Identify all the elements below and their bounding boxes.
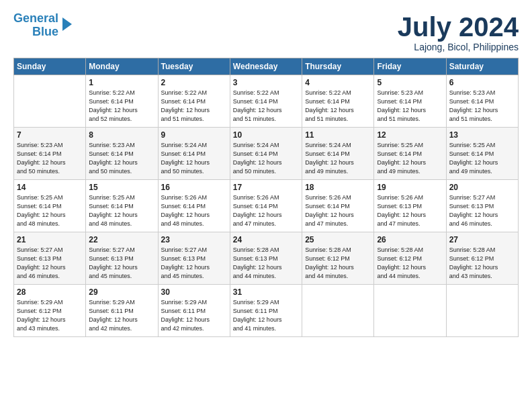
day-info: Sunrise: 5:25 AM Sunset: 6:14 PM Dayligh…: [89, 193, 154, 228]
table-row: 31Sunrise: 5:29 AM Sunset: 6:11 PM Dayli…: [230, 285, 302, 337]
table-row: 8Sunrise: 5:23 AM Sunset: 6:14 PM Daylig…: [86, 128, 158, 180]
day-info: Sunrise: 5:29 AM Sunset: 6:11 PM Dayligh…: [89, 298, 154, 333]
page: General Blue July 2024 Lajong, Bicol, Ph…: [0, 0, 532, 344]
day-number: 12: [377, 130, 443, 140]
table-row: 17Sunrise: 5:26 AM Sunset: 6:14 PM Dayli…: [230, 180, 302, 232]
table-row: 1Sunrise: 5:22 AM Sunset: 6:14 PM Daylig…: [86, 75, 158, 128]
calendar-header-row: Sunday Monday Tuesday Wednesday Thursday…: [14, 58, 519, 75]
day-number: 2: [161, 78, 227, 87]
table-row: 5Sunrise: 5:23 AM Sunset: 6:14 PM Daylig…: [374, 75, 446, 128]
table-row: 16Sunrise: 5:26 AM Sunset: 6:14 PM Dayli…: [158, 180, 230, 232]
calendar-week-row: 7Sunrise: 5:23 AM Sunset: 6:14 PM Daylig…: [14, 128, 519, 180]
day-number: 15: [89, 183, 154, 192]
logo-arrow-icon: [62, 17, 72, 31]
day-info: Sunrise: 5:26 AM Sunset: 6:13 PM Dayligh…: [377, 193, 443, 228]
day-number: 13: [449, 130, 515, 140]
table-row: 9Sunrise: 5:24 AM Sunset: 6:14 PM Daylig…: [158, 128, 230, 180]
day-number: 29: [89, 287, 154, 297]
table-row: 10Sunrise: 5:24 AM Sunset: 6:14 PM Dayli…: [230, 128, 302, 180]
table-row: 25Sunrise: 5:28 AM Sunset: 6:12 PM Dayli…: [302, 232, 374, 285]
day-info: Sunrise: 5:27 AM Sunset: 6:13 PM Dayligh…: [449, 193, 515, 228]
day-number: 21: [17, 235, 83, 244]
day-number: 7: [17, 130, 83, 140]
table-row: [302, 285, 374, 337]
col-friday: Friday: [374, 58, 446, 75]
table-row: 19Sunrise: 5:26 AM Sunset: 6:13 PM Dayli…: [374, 180, 446, 232]
table-row: 24Sunrise: 5:28 AM Sunset: 6:13 PM Dayli…: [230, 232, 302, 285]
logo-line2: Blue: [32, 26, 58, 39]
table-row: 20Sunrise: 5:27 AM Sunset: 6:13 PM Dayli…: [446, 180, 518, 232]
table-row: 4Sunrise: 5:22 AM Sunset: 6:14 PM Daylig…: [302, 75, 374, 128]
header: General Blue July 2024 Lajong, Bicol, Ph…: [13, 12, 519, 52]
day-number: 31: [233, 287, 299, 297]
calendar-week-row: 1Sunrise: 5:22 AM Sunset: 6:14 PM Daylig…: [14, 75, 519, 128]
day-info: Sunrise: 5:27 AM Sunset: 6:13 PM Dayligh…: [17, 246, 83, 281]
day-number: 20: [449, 183, 515, 192]
day-number: 14: [17, 183, 83, 192]
table-row: 18Sunrise: 5:26 AM Sunset: 6:14 PM Dayli…: [302, 180, 374, 232]
day-number: 22: [89, 235, 154, 244]
table-row: [446, 285, 518, 337]
table-row: 21Sunrise: 5:27 AM Sunset: 6:13 PM Dayli…: [14, 232, 86, 285]
table-row: 13Sunrise: 5:25 AM Sunset: 6:14 PM Dayli…: [446, 128, 518, 180]
day-info: Sunrise: 5:26 AM Sunset: 6:14 PM Dayligh…: [161, 193, 227, 228]
day-info: Sunrise: 5:22 AM Sunset: 6:14 PM Dayligh…: [89, 89, 154, 124]
day-number: 16: [161, 183, 227, 192]
col-thursday: Thursday: [302, 58, 374, 75]
day-info: Sunrise: 5:24 AM Sunset: 6:14 PM Dayligh…: [305, 141, 371, 176]
table-row: [374, 285, 446, 337]
day-info: Sunrise: 5:23 AM Sunset: 6:14 PM Dayligh…: [449, 89, 515, 124]
table-row: 3Sunrise: 5:22 AM Sunset: 6:14 PM Daylig…: [230, 75, 302, 128]
day-number: 11: [305, 130, 371, 140]
day-info: Sunrise: 5:28 AM Sunset: 6:12 PM Dayligh…: [305, 246, 371, 281]
table-row: 23Sunrise: 5:27 AM Sunset: 6:13 PM Dayli…: [158, 232, 230, 285]
table-row: 26Sunrise: 5:28 AM Sunset: 6:12 PM Dayli…: [374, 232, 446, 285]
day-info: Sunrise: 5:28 AM Sunset: 6:13 PM Dayligh…: [233, 246, 299, 281]
table-row: 27Sunrise: 5:28 AM Sunset: 6:12 PM Dayli…: [446, 232, 518, 285]
col-monday: Monday: [86, 58, 158, 75]
day-info: Sunrise: 5:22 AM Sunset: 6:14 PM Dayligh…: [305, 89, 371, 124]
day-info: Sunrise: 5:29 AM Sunset: 6:11 PM Dayligh…: [233, 298, 299, 333]
day-info: Sunrise: 5:29 AM Sunset: 6:11 PM Dayligh…: [161, 298, 227, 333]
table-row: 12Sunrise: 5:25 AM Sunset: 6:14 PM Dayli…: [374, 128, 446, 180]
day-info: Sunrise: 5:24 AM Sunset: 6:14 PM Dayligh…: [161, 141, 227, 176]
calendar-week-row: 14Sunrise: 5:25 AM Sunset: 6:14 PM Dayli…: [14, 180, 519, 232]
day-info: Sunrise: 5:26 AM Sunset: 6:14 PM Dayligh…: [233, 193, 299, 228]
col-saturday: Saturday: [446, 58, 518, 75]
calendar-week-row: 28Sunrise: 5:29 AM Sunset: 6:12 PM Dayli…: [14, 285, 519, 337]
col-tuesday: Tuesday: [158, 58, 230, 75]
day-number: 23: [161, 235, 227, 244]
day-number: 24: [233, 235, 299, 244]
day-info: Sunrise: 5:23 AM Sunset: 6:14 PM Dayligh…: [89, 141, 154, 176]
day-info: Sunrise: 5:26 AM Sunset: 6:14 PM Dayligh…: [305, 193, 371, 228]
day-info: Sunrise: 5:25 AM Sunset: 6:14 PM Dayligh…: [17, 193, 83, 228]
day-number: 18: [305, 183, 371, 192]
day-info: Sunrise: 5:24 AM Sunset: 6:14 PM Dayligh…: [233, 141, 299, 176]
table-row: 7Sunrise: 5:23 AM Sunset: 6:14 PM Daylig…: [14, 128, 86, 180]
table-row: 14Sunrise: 5:25 AM Sunset: 6:14 PM Dayli…: [14, 180, 86, 232]
day-info: Sunrise: 5:22 AM Sunset: 6:14 PM Dayligh…: [161, 89, 227, 124]
table-row: 29Sunrise: 5:29 AM Sunset: 6:11 PM Dayli…: [86, 285, 158, 337]
day-number: 3: [233, 78, 299, 87]
day-number: 26: [377, 235, 443, 244]
day-number: 8: [89, 130, 154, 140]
month-year: July 2024: [398, 12, 519, 42]
logo-line1: General: [13, 12, 58, 26]
day-info: Sunrise: 5:29 AM Sunset: 6:12 PM Dayligh…: [17, 298, 83, 333]
day-number: 30: [161, 287, 227, 297]
day-number: 9: [161, 130, 227, 140]
logo: General Blue: [13, 12, 72, 39]
day-number: 17: [233, 183, 299, 192]
day-info: Sunrise: 5:22 AM Sunset: 6:14 PM Dayligh…: [233, 89, 299, 124]
location: Lajong, Bicol, Philippines: [398, 42, 519, 52]
day-number: 1: [89, 78, 154, 87]
table-row: 22Sunrise: 5:27 AM Sunset: 6:13 PM Dayli…: [86, 232, 158, 285]
title-block: July 2024 Lajong, Bicol, Philippines: [398, 12, 519, 52]
day-number: 10: [233, 130, 299, 140]
table-row: [14, 75, 86, 128]
table-row: 2Sunrise: 5:22 AM Sunset: 6:14 PM Daylig…: [158, 75, 230, 128]
day-info: Sunrise: 5:23 AM Sunset: 6:14 PM Dayligh…: [17, 141, 83, 176]
calendar-week-row: 21Sunrise: 5:27 AM Sunset: 6:13 PM Dayli…: [14, 232, 519, 285]
table-row: 28Sunrise: 5:29 AM Sunset: 6:12 PM Dayli…: [14, 285, 86, 337]
table-row: 15Sunrise: 5:25 AM Sunset: 6:14 PM Dayli…: [86, 180, 158, 232]
